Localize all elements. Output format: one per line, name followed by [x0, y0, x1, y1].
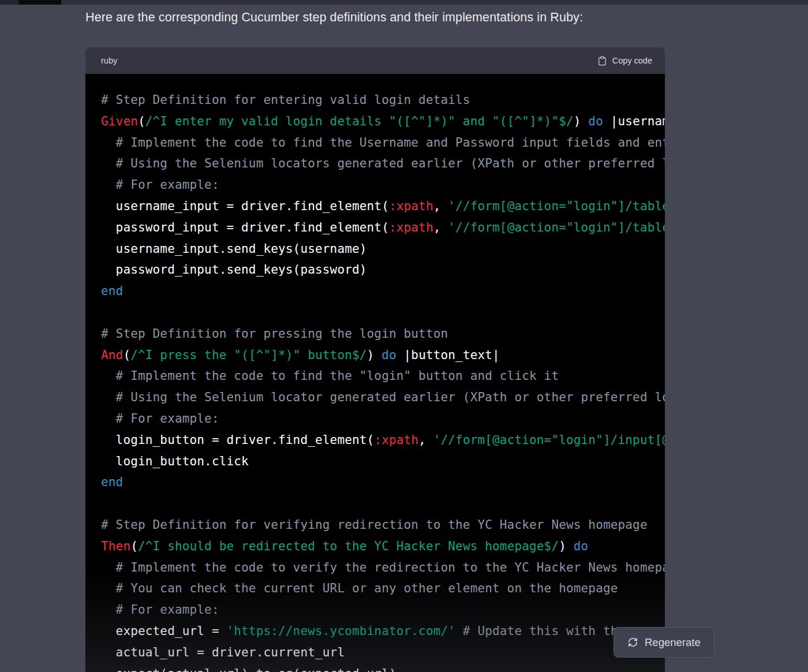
code-token-plain: login_button = driver.find_element( — [101, 433, 374, 447]
refresh-icon — [627, 637, 638, 648]
code-token-green: /^I should be redirected to the YC Hacke… — [138, 539, 559, 553]
code-line: password_input = driver.find_element(:xp… — [101, 217, 665, 238]
code-line: actual_url = driver.current_url — [101, 642, 665, 663]
code-token-green: '//form[@action="login"]/table/tbody/tr[… — [448, 199, 665, 213]
code-line: # Implement the code to verify the redir… — [101, 557, 665, 578]
code-line — [101, 302, 665, 323]
top-edge-segment — [18, 0, 61, 5]
copy-code-label: Copy code — [612, 56, 652, 65]
code-token-comment: # Using the Selenium locators generated … — [101, 156, 665, 170]
code-token-plain: ( — [130, 539, 138, 553]
code-line: # Using the Selenium locators generated … — [101, 153, 665, 174]
code-token-red: And — [101, 348, 123, 362]
code-token-plain: ( — [138, 114, 145, 128]
code-line: # For example: — [101, 599, 665, 621]
code-line: # Step Definition for pressing the login… — [101, 323, 665, 345]
code-token-blue: do — [574, 539, 589, 553]
code-token-plain: username_input = driver.find_element( — [101, 199, 389, 213]
code-block-header: ruby Copy code — [85, 47, 665, 74]
code-line: Then(/^I should be redirected to the YC … — [101, 536, 665, 557]
code-token-comment: # Step Definition for verifying redirect… — [101, 518, 648, 532]
code-token-plain: password_input.send_keys(password) — [101, 263, 367, 277]
code-line: # Step Definition for verifying redirect… — [101, 514, 665, 536]
code-line: end — [101, 472, 665, 493]
code-line: # Implement the code to find the Usernam… — [101, 132, 665, 154]
code-line: # For example: — [101, 408, 665, 430]
code-line: login_button.click — [101, 451, 665, 472]
code-token-plain: login_button.click — [101, 454, 249, 468]
code-line: # Step Definition for entering valid log… — [101, 89, 665, 111]
code-token-plain: |username, password| — [603, 114, 665, 128]
top-edge-strip — [0, 0, 808, 5]
regenerate-button[interactable]: Regenerate — [614, 627, 715, 658]
code-token-plain: expect(actual_url).to eq(expected_url) — [101, 667, 396, 672]
code-token-comment: # For example: — [101, 412, 219, 425]
code-token-plain: |button_text| — [396, 348, 500, 362]
code-token-red: Given — [101, 114, 138, 128]
code-token-plain: , — [418, 433, 433, 447]
code-token-comment: # Using the Selenium locator generated e… — [101, 390, 665, 404]
copy-code-button[interactable]: Copy code — [597, 56, 652, 66]
code-line: end — [101, 281, 665, 302]
code-line: Given(/^I enter my valid login details "… — [101, 111, 665, 132]
code-token-plain: ) — [367, 348, 382, 362]
code-token-green: /^I enter my valid login details "([^"]*… — [145, 114, 574, 128]
code-token-red: Then — [101, 539, 130, 553]
code-line: expected_url = 'https://news.ycombinator… — [101, 621, 665, 642]
code-token-comment: # Implement the code to find the Usernam… — [101, 136, 665, 150]
top-edge-segment — [0, 0, 18, 5]
code-line: # Using the Selenium locator generated e… — [101, 387, 665, 408]
code-token-comment: # For example: — [101, 603, 219, 617]
code-line: expect(actual_url).to eq(expected_url) — [101, 663, 665, 672]
code-line: login_button = driver.find_element(:xpat… — [101, 430, 665, 451]
code-line: username_input = driver.find_element(:xp… — [101, 196, 665, 217]
code-content: # Step Definition for entering valid log… — [85, 74, 665, 672]
code-token-green: 'https://news.ycombinator.com/' — [226, 624, 455, 638]
code-token-blue: end — [101, 475, 123, 489]
code-line — [101, 493, 665, 514]
code-line: # You can check the current URL or any o… — [101, 578, 665, 599]
assistant-message: Here are the corresponding Cucumber step… — [85, 5, 665, 672]
code-token-plain: ) — [559, 539, 574, 553]
code-token-plain: actual_url = driver.current_url — [101, 645, 345, 659]
top-edge-segment — [61, 0, 808, 5]
code-token-green: '//form[@action="login"]/table/tbody/tr[… — [448, 221, 665, 234]
code-token-green: '//form[@action="login"]/input[@type="su… — [433, 433, 665, 447]
code-token-blue: do — [381, 348, 396, 362]
code-token-red: :xpath — [374, 433, 418, 447]
code-line: And(/^I press the "([^"]*)" button$/) do… — [101, 345, 665, 366]
code-token-plain: username_input.send_keys(username) — [101, 242, 367, 256]
code-token-blue: end — [101, 284, 123, 298]
code-line: # For example: — [101, 174, 665, 196]
code-token-plain: , — [433, 199, 448, 213]
regenerate-label: Regenerate — [645, 636, 701, 649]
code-block: ruby Copy code # Step Definition for ent… — [85, 47, 665, 672]
clipboard-icon — [597, 56, 607, 66]
code-token-red: :xpath — [389, 199, 433, 213]
language-label: ruby — [101, 56, 117, 65]
code-line: # Implement the code to find the "login"… — [101, 365, 665, 387]
code-line: username_input.send_keys(username) — [101, 238, 665, 260]
code-line: password_input.send_keys(password) — [101, 259, 665, 281]
code-token-green: /^I press the "([^"]*)" button$/ — [130, 348, 366, 362]
code-token-plain: ( — [123, 348, 130, 362]
code-token-comment: # Implement the code to verify the redir… — [101, 561, 665, 574]
code-token-comment: # You can check the current URL or any o… — [101, 581, 618, 595]
code-token-comment: # Implement the code to find the "login"… — [101, 369, 559, 383]
code-token-plain: password_input = driver.find_element( — [101, 221, 389, 234]
code-token-blue: do — [588, 114, 603, 128]
code-token-plain: expected_url = — [101, 624, 226, 638]
code-token-plain: ) — [574, 114, 589, 128]
code-token-comment: # For example: — [101, 178, 219, 192]
code-token-red: :xpath — [389, 221, 433, 234]
assistant-message-text: Here are the corresponding Cucumber step… — [85, 9, 665, 25]
code-token-comment: # Step Definition for entering valid log… — [101, 93, 470, 107]
code-token-comment: # Step Definition for pressing the login… — [101, 327, 448, 341]
code-token-plain: , — [433, 221, 448, 234]
